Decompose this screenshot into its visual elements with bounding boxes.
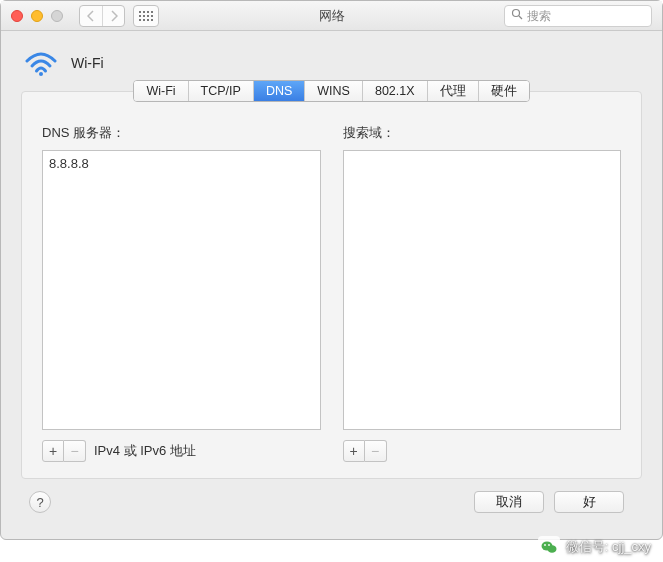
svg-line-1 bbox=[519, 16, 522, 19]
tab-wins[interactable]: WINS bbox=[304, 81, 362, 101]
chevron-left-icon bbox=[87, 10, 95, 22]
interface-label: Wi-Fi bbox=[71, 55, 104, 71]
search-domains-column: 搜索域： + − bbox=[343, 124, 622, 462]
dns-add-button[interactable]: + bbox=[42, 440, 64, 462]
grid-icon bbox=[139, 11, 153, 21]
ok-button[interactable]: 好 bbox=[554, 491, 624, 513]
dns-remove-button[interactable]: − bbox=[64, 440, 86, 462]
interface-header: Wi-Fi bbox=[21, 49, 642, 77]
minus-icon: − bbox=[70, 443, 78, 459]
plus-icon: + bbox=[349, 443, 357, 459]
svg-point-2 bbox=[39, 72, 43, 76]
search-domains-footer: + − bbox=[343, 440, 622, 462]
help-icon: ? bbox=[36, 495, 43, 510]
zoom-window-button[interactable] bbox=[51, 10, 63, 22]
search-icon bbox=[511, 8, 523, 23]
search-domain-add-button[interactable]: + bbox=[343, 440, 365, 462]
minimize-window-button[interactable] bbox=[31, 10, 43, 22]
wifi-icon bbox=[25, 49, 57, 77]
search-domain-remove-button[interactable]: − bbox=[365, 440, 387, 462]
chevron-right-icon bbox=[110, 10, 118, 22]
tab-tcpip[interactable]: TCP/IP bbox=[188, 81, 253, 101]
dns-hint: IPv4 或 IPv6 地址 bbox=[94, 442, 196, 460]
dns-servers-list[interactable]: 8.8.8.8 bbox=[42, 150, 321, 430]
wechat-icon bbox=[538, 536, 560, 558]
preferences-window: 网络 Wi-Fi Wi-Fi TCP bbox=[0, 0, 663, 540]
titlebar: 网络 bbox=[1, 1, 662, 31]
tab-8021x[interactable]: 802.1X bbox=[362, 81, 427, 101]
tab-hardware[interactable]: 硬件 bbox=[478, 81, 529, 101]
back-button[interactable] bbox=[80, 6, 102, 26]
dns-list-footer: + − IPv4 或 IPv6 地址 bbox=[42, 440, 321, 462]
bottom-bar: ? 取消 好 bbox=[21, 479, 642, 513]
dns-servers-label: DNS 服务器： bbox=[42, 124, 321, 142]
columns: DNS 服务器： 8.8.8.8 + − IPv4 bbox=[40, 124, 623, 462]
tab-dns[interactable]: DNS bbox=[253, 81, 304, 101]
close-window-button[interactable] bbox=[11, 10, 23, 22]
tabs: Wi-Fi TCP/IP DNS WINS 802.1X 代理 硬件 bbox=[133, 80, 529, 102]
dns-add-remove: + − bbox=[42, 440, 86, 462]
watermark-text: 微信号: cjj_cxy bbox=[566, 538, 651, 556]
cancel-button[interactable]: 取消 bbox=[474, 491, 544, 513]
search-domains-add-remove: + − bbox=[343, 440, 387, 462]
content-area: Wi-Fi Wi-Fi TCP/IP DNS WINS 802.1X 代理 硬件… bbox=[1, 31, 662, 527]
search-domains-label: 搜索域： bbox=[343, 124, 622, 142]
search-field[interactable] bbox=[504, 5, 652, 27]
list-item[interactable]: 8.8.8.8 bbox=[49, 155, 314, 172]
search-input[interactable] bbox=[527, 9, 645, 23]
nav-buttons bbox=[79, 5, 125, 27]
forward-button[interactable] bbox=[102, 6, 124, 26]
traffic-lights bbox=[11, 10, 63, 22]
settings-sheet: Wi-Fi TCP/IP DNS WINS 802.1X 代理 硬件 DNS 服… bbox=[21, 91, 642, 479]
svg-point-6 bbox=[548, 544, 550, 546]
tabs-row: Wi-Fi TCP/IP DNS WINS 802.1X 代理 硬件 bbox=[40, 80, 623, 102]
plus-icon: + bbox=[49, 443, 57, 459]
svg-point-5 bbox=[544, 544, 546, 546]
minus-icon: − bbox=[371, 443, 379, 459]
svg-point-4 bbox=[547, 545, 556, 553]
dns-servers-column: DNS 服务器： 8.8.8.8 + − IPv4 bbox=[42, 124, 321, 462]
tab-wifi[interactable]: Wi-Fi bbox=[134, 81, 187, 101]
search-domains-list[interactable] bbox=[343, 150, 622, 430]
watermark: 微信号: cjj_cxy bbox=[538, 536, 651, 558]
help-button[interactable]: ? bbox=[29, 491, 51, 513]
svg-point-0 bbox=[513, 10, 520, 17]
show-all-button[interactable] bbox=[133, 5, 159, 27]
tab-proxies[interactable]: 代理 bbox=[427, 81, 478, 101]
